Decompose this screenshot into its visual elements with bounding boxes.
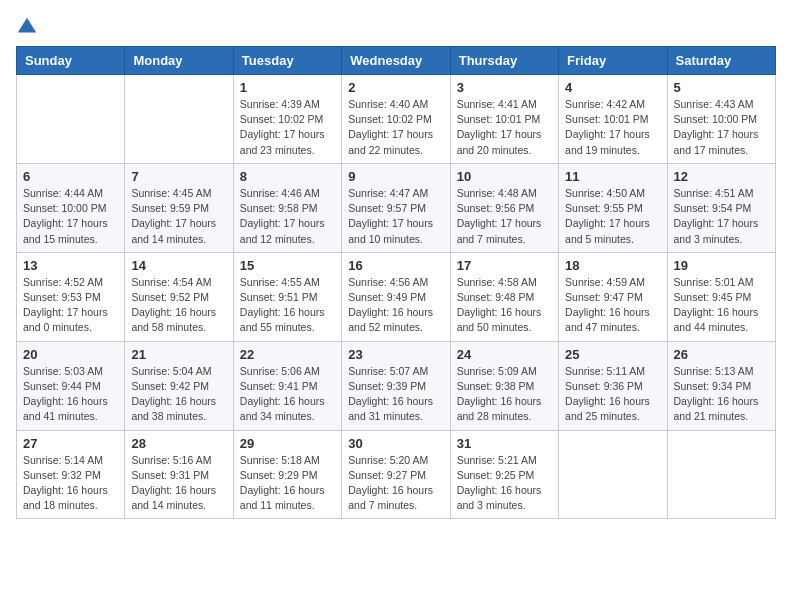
day-info: Sunrise: 4:59 AM Sunset: 9:47 PM Dayligh… [565, 275, 660, 336]
day-cell: 27Sunrise: 5:14 AM Sunset: 9:32 PM Dayli… [17, 430, 125, 519]
day-cell: 17Sunrise: 4:58 AM Sunset: 9:48 PM Dayli… [450, 252, 558, 341]
day-info: Sunrise: 5:20 AM Sunset: 9:27 PM Dayligh… [348, 453, 443, 514]
day-info: Sunrise: 5:03 AM Sunset: 9:44 PM Dayligh… [23, 364, 118, 425]
day-cell [667, 430, 775, 519]
day-info: Sunrise: 5:07 AM Sunset: 9:39 PM Dayligh… [348, 364, 443, 425]
day-number: 21 [131, 347, 226, 362]
day-cell: 12Sunrise: 4:51 AM Sunset: 9:54 PM Dayli… [667, 163, 775, 252]
day-cell [559, 430, 667, 519]
day-cell: 8Sunrise: 4:46 AM Sunset: 9:58 PM Daylig… [233, 163, 341, 252]
col-header-tuesday: Tuesday [233, 47, 341, 75]
day-number: 29 [240, 436, 335, 451]
calendar-header-row: SundayMondayTuesdayWednesdayThursdayFrid… [17, 47, 776, 75]
day-info: Sunrise: 4:55 AM Sunset: 9:51 PM Dayligh… [240, 275, 335, 336]
day-number: 16 [348, 258, 443, 273]
day-number: 14 [131, 258, 226, 273]
day-info: Sunrise: 4:52 AM Sunset: 9:53 PM Dayligh… [23, 275, 118, 336]
day-cell: 6Sunrise: 4:44 AM Sunset: 10:00 PM Dayli… [17, 163, 125, 252]
day-info: Sunrise: 4:50 AM Sunset: 9:55 PM Dayligh… [565, 186, 660, 247]
day-cell: 25Sunrise: 5:11 AM Sunset: 9:36 PM Dayli… [559, 341, 667, 430]
day-info: Sunrise: 5:14 AM Sunset: 9:32 PM Dayligh… [23, 453, 118, 514]
day-info: Sunrise: 5:11 AM Sunset: 9:36 PM Dayligh… [565, 364, 660, 425]
week-row-5: 27Sunrise: 5:14 AM Sunset: 9:32 PM Dayli… [17, 430, 776, 519]
day-cell: 28Sunrise: 5:16 AM Sunset: 9:31 PM Dayli… [125, 430, 233, 519]
day-number: 19 [674, 258, 769, 273]
day-number: 23 [348, 347, 443, 362]
week-row-1: 1Sunrise: 4:39 AM Sunset: 10:02 PM Dayli… [17, 75, 776, 164]
day-info: Sunrise: 4:40 AM Sunset: 10:02 PM Daylig… [348, 97, 443, 158]
day-info: Sunrise: 4:48 AM Sunset: 9:56 PM Dayligh… [457, 186, 552, 247]
col-header-monday: Monday [125, 47, 233, 75]
day-info: Sunrise: 5:09 AM Sunset: 9:38 PM Dayligh… [457, 364, 552, 425]
day-cell: 10Sunrise: 4:48 AM Sunset: 9:56 PM Dayli… [450, 163, 558, 252]
day-number: 28 [131, 436, 226, 451]
week-row-2: 6Sunrise: 4:44 AM Sunset: 10:00 PM Dayli… [17, 163, 776, 252]
day-number: 31 [457, 436, 552, 451]
day-info: Sunrise: 4:51 AM Sunset: 9:54 PM Dayligh… [674, 186, 769, 247]
logo [16, 16, 42, 38]
day-number: 7 [131, 169, 226, 184]
day-number: 17 [457, 258, 552, 273]
day-number: 15 [240, 258, 335, 273]
day-info: Sunrise: 4:44 AM Sunset: 10:00 PM Daylig… [23, 186, 118, 247]
day-info: Sunrise: 4:42 AM Sunset: 10:01 PM Daylig… [565, 97, 660, 158]
day-cell: 4Sunrise: 4:42 AM Sunset: 10:01 PM Dayli… [559, 75, 667, 164]
day-info: Sunrise: 5:13 AM Sunset: 9:34 PM Dayligh… [674, 364, 769, 425]
day-number: 12 [674, 169, 769, 184]
day-info: Sunrise: 5:16 AM Sunset: 9:31 PM Dayligh… [131, 453, 226, 514]
day-info: Sunrise: 4:46 AM Sunset: 9:58 PM Dayligh… [240, 186, 335, 247]
day-cell: 29Sunrise: 5:18 AM Sunset: 9:29 PM Dayli… [233, 430, 341, 519]
day-info: Sunrise: 5:06 AM Sunset: 9:41 PM Dayligh… [240, 364, 335, 425]
day-number: 22 [240, 347, 335, 362]
day-number: 18 [565, 258, 660, 273]
col-header-thursday: Thursday [450, 47, 558, 75]
day-cell: 13Sunrise: 4:52 AM Sunset: 9:53 PM Dayli… [17, 252, 125, 341]
day-number: 27 [23, 436, 118, 451]
day-info: Sunrise: 5:01 AM Sunset: 9:45 PM Dayligh… [674, 275, 769, 336]
day-cell: 5Sunrise: 4:43 AM Sunset: 10:00 PM Dayli… [667, 75, 775, 164]
col-header-sunday: Sunday [17, 47, 125, 75]
day-cell: 30Sunrise: 5:20 AM Sunset: 9:27 PM Dayli… [342, 430, 450, 519]
day-number: 10 [457, 169, 552, 184]
day-cell: 24Sunrise: 5:09 AM Sunset: 9:38 PM Dayli… [450, 341, 558, 430]
day-info: Sunrise: 5:04 AM Sunset: 9:42 PM Dayligh… [131, 364, 226, 425]
day-number: 4 [565, 80, 660, 95]
day-number: 8 [240, 169, 335, 184]
day-info: Sunrise: 4:47 AM Sunset: 9:57 PM Dayligh… [348, 186, 443, 247]
day-info: Sunrise: 4:54 AM Sunset: 9:52 PM Dayligh… [131, 275, 226, 336]
day-cell: 21Sunrise: 5:04 AM Sunset: 9:42 PM Dayli… [125, 341, 233, 430]
day-cell: 3Sunrise: 4:41 AM Sunset: 10:01 PM Dayli… [450, 75, 558, 164]
day-number: 6 [23, 169, 118, 184]
day-cell: 2Sunrise: 4:40 AM Sunset: 10:02 PM Dayli… [342, 75, 450, 164]
day-cell: 31Sunrise: 5:21 AM Sunset: 9:25 PM Dayli… [450, 430, 558, 519]
day-cell: 14Sunrise: 4:54 AM Sunset: 9:52 PM Dayli… [125, 252, 233, 341]
week-row-4: 20Sunrise: 5:03 AM Sunset: 9:44 PM Dayli… [17, 341, 776, 430]
day-cell: 1Sunrise: 4:39 AM Sunset: 10:02 PM Dayli… [233, 75, 341, 164]
day-number: 3 [457, 80, 552, 95]
day-info: Sunrise: 4:45 AM Sunset: 9:59 PM Dayligh… [131, 186, 226, 247]
day-cell: 15Sunrise: 4:55 AM Sunset: 9:51 PM Dayli… [233, 252, 341, 341]
day-number: 13 [23, 258, 118, 273]
day-number: 30 [348, 436, 443, 451]
day-info: Sunrise: 4:58 AM Sunset: 9:48 PM Dayligh… [457, 275, 552, 336]
day-cell: 19Sunrise: 5:01 AM Sunset: 9:45 PM Dayli… [667, 252, 775, 341]
day-info: Sunrise: 5:18 AM Sunset: 9:29 PM Dayligh… [240, 453, 335, 514]
day-number: 1 [240, 80, 335, 95]
day-cell: 9Sunrise: 4:47 AM Sunset: 9:57 PM Daylig… [342, 163, 450, 252]
day-info: Sunrise: 4:56 AM Sunset: 9:49 PM Dayligh… [348, 275, 443, 336]
day-number: 24 [457, 347, 552, 362]
svg-marker-0 [18, 18, 36, 33]
day-cell [125, 75, 233, 164]
calendar-table: SundayMondayTuesdayWednesdayThursdayFrid… [16, 46, 776, 519]
day-number: 20 [23, 347, 118, 362]
day-number: 25 [565, 347, 660, 362]
day-cell: 26Sunrise: 5:13 AM Sunset: 9:34 PM Dayli… [667, 341, 775, 430]
day-number: 11 [565, 169, 660, 184]
logo-icon [16, 16, 38, 38]
day-cell: 7Sunrise: 4:45 AM Sunset: 9:59 PM Daylig… [125, 163, 233, 252]
day-cell: 20Sunrise: 5:03 AM Sunset: 9:44 PM Dayli… [17, 341, 125, 430]
day-number: 2 [348, 80, 443, 95]
day-number: 26 [674, 347, 769, 362]
day-info: Sunrise: 5:21 AM Sunset: 9:25 PM Dayligh… [457, 453, 552, 514]
day-info: Sunrise: 4:41 AM Sunset: 10:01 PM Daylig… [457, 97, 552, 158]
